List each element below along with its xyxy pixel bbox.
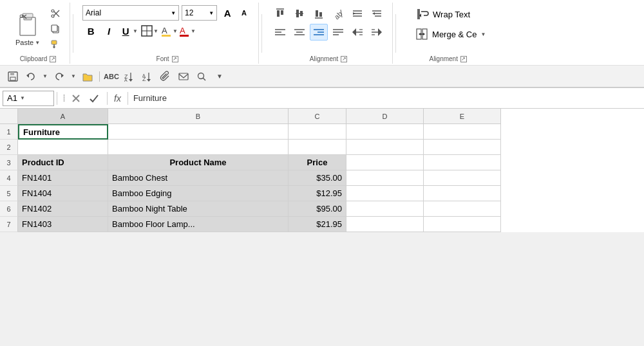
cell-d4[interactable] <box>346 170 424 186</box>
cell-d2[interactable] <box>346 140 424 155</box>
cell-e4[interactable] <box>424 170 501 186</box>
text-orientation-button[interactable]: ab <box>329 5 347 22</box>
cell-e2[interactable] <box>424 140 501 155</box>
font-shrink-button[interactable]: A <box>236 5 252 21</box>
cell-b5[interactable]: Bamboo Edging <box>108 186 289 201</box>
open-file-button[interactable] <box>80 69 95 84</box>
spellcheck-button[interactable]: ABC <box>104 69 119 84</box>
wrap-text-button[interactable]: Wrap Text <box>410 5 491 23</box>
cell-c4[interactable]: $35.00 <box>289 170 346 186</box>
font-color-button[interactable]: A ▼ <box>179 24 196 37</box>
col-header-d[interactable]: D <box>346 109 424 124</box>
sort-za-button[interactable]: AZ <box>140 69 155 84</box>
cell-reference-box[interactable]: A1 ▼ <box>3 91 54 106</box>
cell-ref-dropdown[interactable]: ▼ <box>20 95 25 101</box>
align-left-button[interactable] <box>271 24 289 41</box>
cell-d5[interactable] <box>346 186 424 201</box>
table-row: 4 FN1401 Bamboo Chest $35.00 <box>0 170 644 186</box>
format-painter-button[interactable] <box>46 37 64 51</box>
cell-a2[interactable] <box>18 140 108 155</box>
bold-button[interactable]: B <box>82 23 99 39</box>
cell-d1[interactable] <box>346 124 424 140</box>
font-grow-button[interactable]: A <box>220 5 235 21</box>
align-right-button[interactable] <box>310 24 328 41</box>
col-header-e[interactable]: E <box>424 109 501 124</box>
alignment-group-label2: Alignment <box>429 55 457 62</box>
font-expand-icon[interactable]: ↗ <box>172 56 178 62</box>
more-qa-button[interactable]: ▼ <box>212 69 227 84</box>
justify-button[interactable] <box>329 24 347 41</box>
cell-c2[interactable] <box>289 140 346 155</box>
cell-c6[interactable]: $95.00 <box>289 201 346 217</box>
cell-c1[interactable] <box>289 124 346 140</box>
email-button[interactable] <box>176 69 191 84</box>
cell-e3[interactable] <box>424 155 501 170</box>
cell-d7[interactable] <box>346 217 424 232</box>
cell-b2[interactable] <box>108 140 289 155</box>
fill-color-button[interactable]: A ▼ <box>161 24 178 37</box>
merge-dropdown[interactable]: ▼ <box>480 32 486 37</box>
cancel-formula-button[interactable] <box>68 91 84 106</box>
text-direction-left-button[interactable] <box>348 24 366 41</box>
align-middle-button[interactable] <box>290 5 308 22</box>
cell-c5[interactable]: $12.95 <box>289 186 346 201</box>
cell-b3[interactable]: Product Name <box>108 155 289 170</box>
align-center-button[interactable] <box>290 24 308 41</box>
col-header-b[interactable]: B <box>108 109 289 124</box>
cell-a3[interactable]: Product ID <box>18 155 108 170</box>
alignment-expand-icon[interactable]: ↗ <box>341 56 347 62</box>
merge-cells-button[interactable]: Merge & Ce ▼ <box>410 26 491 42</box>
alignment-group-label: Alignment <box>310 55 338 62</box>
alignment-expand2-icon[interactable]: ↗ <box>460 56 467 62</box>
sort-az-button[interactable]: ZA <box>122 69 137 84</box>
align-top-button[interactable] <box>271 5 289 22</box>
font-family-select[interactable]: Arial ▼ <box>82 5 179 21</box>
col-header-a[interactable]: A <box>18 109 108 124</box>
cell-e6[interactable] <box>424 201 501 217</box>
underline-button[interactable]: U <box>118 23 133 39</box>
col-header-c[interactable]: C <box>289 109 346 124</box>
font-size-select[interactable]: 12 ▼ <box>182 5 217 21</box>
undo-button[interactable] <box>23 69 39 84</box>
paperclip-button[interactable] <box>158 69 173 84</box>
cell-b1[interactable] <box>108 124 289 140</box>
paste-label: Paste <box>15 39 33 46</box>
cell-e1[interactable] <box>424 124 501 140</box>
formula-input[interactable]: Furniture <box>131 93 641 103</box>
paste-button[interactable]: Paste ▼ <box>10 9 45 49</box>
decrease-indent-button[interactable] <box>348 5 366 22</box>
copy-button[interactable] <box>46 22 64 36</box>
cell-c3[interactable]: Price <box>289 155 346 170</box>
text-direction-right-button[interactable] <box>368 24 386 41</box>
cell-a4[interactable]: FN1401 <box>18 170 108 186</box>
clipboard-group-label: Clipboard <box>20 55 48 62</box>
cell-a7[interactable]: FN1403 <box>18 217 108 232</box>
corner-cell <box>0 109 18 124</box>
cut-button[interactable] <box>46 6 64 21</box>
increase-indent-button[interactable] <box>368 5 386 22</box>
clipboard-expand-icon[interactable]: ↗ <box>50 56 56 62</box>
find-button[interactable] <box>194 69 209 84</box>
cell-e5[interactable] <box>424 186 501 201</box>
redo-button[interactable] <box>52 69 67 84</box>
cell-b6[interactable]: Bamboo Night Table <box>108 201 289 217</box>
formula-handle: ⁞ <box>62 92 66 104</box>
borders-button[interactable]: ▼ <box>139 23 160 39</box>
cell-a1[interactable]: Furniture <box>18 124 108 140</box>
cell-b7[interactable]: Bamboo Floor Lamp... <box>108 217 289 232</box>
cell-d6[interactable] <box>346 201 424 217</box>
save-button[interactable] <box>5 69 21 84</box>
cell-c7[interactable]: $21.95 <box>289 217 346 232</box>
cell-e7[interactable] <box>424 217 501 232</box>
cell-d3[interactable] <box>346 155 424 170</box>
redo-dropdown[interactable]: ▼ <box>70 69 77 84</box>
paste-dropdown-arrow[interactable]: ▼ <box>35 40 40 46</box>
cell-b4[interactable]: Bamboo Chest <box>108 170 289 186</box>
cell-a6[interactable]: FN1402 <box>18 201 108 217</box>
italic-button[interactable]: I <box>100 23 117 39</box>
confirm-formula-button[interactable] <box>86 91 102 106</box>
cell-a5[interactable]: FN1404 <box>18 186 108 201</box>
underline-dropdown[interactable]: ▼ <box>133 28 138 34</box>
undo-dropdown[interactable]: ▼ <box>41 69 49 84</box>
align-bottom-button[interactable] <box>310 5 328 22</box>
